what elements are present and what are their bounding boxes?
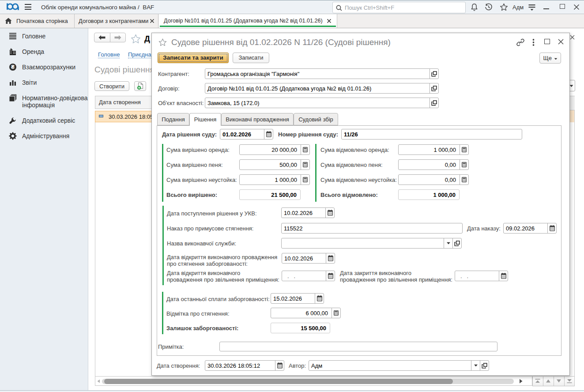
svg-text:₴: ₴ — [11, 64, 15, 70]
